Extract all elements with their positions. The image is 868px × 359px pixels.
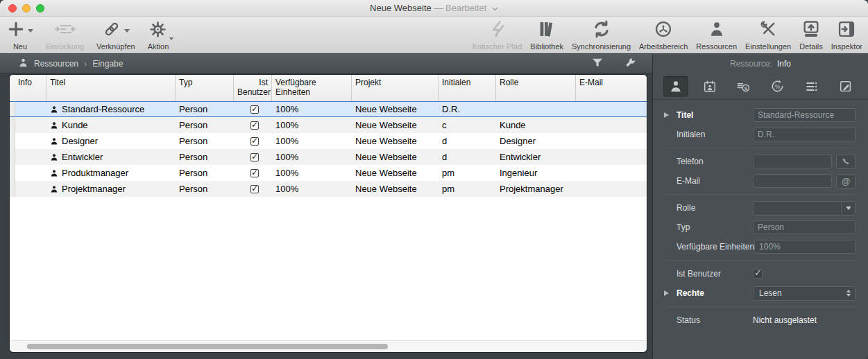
table-row[interactable]: Designer Person 100% Neue Webseite d Des…: [10, 133, 647, 149]
chevron-down-icon: [846, 207, 851, 210]
form-divider: [665, 306, 856, 307]
stepper-arrows-icon: [842, 287, 855, 300]
is-user-checkbox[interactable]: [250, 121, 259, 130]
toolbar-label: Synchronisierung: [572, 42, 631, 51]
column-header-email[interactable]: E-Mail: [576, 75, 647, 101]
ist-benutzer-checkbox[interactable]: [753, 269, 763, 279]
new-button[interactable]: Neu: [7, 19, 33, 51]
details-button[interactable]: Details: [799, 19, 823, 51]
tab-fields[interactable]: [799, 76, 824, 97]
disclosure-triangle-icon[interactable]: [664, 112, 669, 118]
resources-icon: [708, 20, 726, 41]
rolle-combobox[interactable]: [753, 201, 856, 216]
filter-icon[interactable]: [591, 58, 604, 71]
table-row[interactable]: Projektmanager Person 100% Neue Webseite…: [10, 181, 647, 197]
column-header-info[interactable]: Info: [10, 75, 46, 101]
column-header-titel[interactable]: Titel: [46, 75, 176, 101]
row-gutter: [10, 165, 15, 181]
title-chevron-icon[interactable]: [492, 0, 498, 17]
cell-info: [15, 181, 46, 197]
library-icon: [537, 19, 556, 42]
view-options-wrench-icon[interactable]: [624, 57, 637, 71]
action-dropdown-arrow-icon[interactable]: [169, 37, 173, 40]
is-user-checkbox[interactable]: [250, 105, 259, 114]
workspace-button[interactable]: Arbeitsbereich: [639, 19, 688, 51]
cell-projekt: Neue Webseite: [352, 181, 439, 197]
cell-rolle: Entwickler: [496, 149, 576, 165]
utilization-icon: %: [770, 79, 785, 94]
initialen-input[interactable]: [753, 128, 856, 141]
sync-button[interactable]: Synchronisierung: [572, 19, 631, 51]
field-row-typ: Typ: [676, 218, 856, 237]
compose-email-button[interactable]: @: [836, 174, 856, 189]
is-user-checkbox[interactable]: [250, 185, 259, 193]
toolbar-label: Einstellungen: [745, 42, 791, 51]
action-button[interactable]: Aktion: [148, 19, 169, 51]
field-row-initialen: Initialen: [676, 125, 856, 144]
call-button[interactable]: [836, 155, 856, 169]
person-icon: [669, 80, 683, 94]
field-row-ist-benutzer: Ist Benutzer: [676, 264, 856, 283]
link-dropdown-arrow-icon[interactable]: [124, 29, 130, 33]
cell-titel: Produktmanager: [46, 165, 176, 181]
cell-ist-benutzer: [234, 102, 272, 116]
cell-typ: Person: [176, 149, 234, 165]
tab-notes[interactable]: [833, 76, 858, 97]
cell-info: [15, 102, 46, 116]
horizontal-scrollbar[interactable]: [10, 340, 646, 351]
titel-input[interactable]: [753, 108, 856, 122]
cell-einheiten: 100%: [272, 181, 352, 197]
field-label: Titel: [676, 110, 693, 120]
toolbar-right-group: Kritischer Pfad Bibliothek: [473, 19, 862, 51]
tab-resource-calendar[interactable]: [697, 76, 722, 97]
settings-button[interactable]: Einstellungen: [745, 19, 791, 51]
row-gutter: [10, 181, 15, 197]
library-button[interactable]: Bibliothek: [530, 19, 563, 51]
tab-person[interactable]: [663, 76, 688, 97]
is-user-checkbox[interactable]: [250, 169, 259, 177]
column-header-ist-benutzer[interactable]: Ist Benutzer: [234, 75, 272, 101]
breadcrumb-item-eingabe[interactable]: Eingabe: [92, 59, 123, 69]
column-header-projekt[interactable]: Projekt: [352, 75, 439, 101]
indent-icon: [54, 20, 76, 41]
disclosure-triangle-icon[interactable]: [664, 290, 669, 296]
resources-button[interactable]: Ressourcen: [696, 19, 737, 51]
new-dropdown-arrow-icon[interactable]: [28, 29, 33, 33]
cell-projekt: Neue Webseite: [352, 102, 439, 116]
cell-email: [576, 149, 647, 165]
toolbar-left-group: Neu Einrückung: [7, 19, 169, 51]
row-gutter: [10, 133, 15, 149]
horizontal-scrollbar-thumb[interactable]: [27, 344, 388, 349]
email-input[interactable]: [753, 174, 832, 188]
cell-projekt: Neue Webseite: [352, 117, 439, 133]
rechte-popup[interactable]: Lesen: [753, 286, 856, 301]
toolbar: Neu Einrückung: [0, 17, 868, 54]
cell-typ: Person: [176, 181, 234, 197]
column-header-typ[interactable]: Typ: [176, 75, 234, 101]
column-header-rolle[interactable]: Rolle: [496, 75, 576, 101]
telefon-input[interactable]: [753, 155, 832, 168]
title-bar: Neue Webseite — Bearbeitet: [0, 0, 868, 17]
table-row[interactable]: Entwickler Person 100% Neue Webseite d E…: [10, 149, 647, 165]
inspector-button[interactable]: Inspektor: [831, 19, 862, 51]
plus-icon: [7, 20, 25, 41]
cell-initialen: D.R.: [439, 102, 496, 116]
column-header-verfuegbare-einheiten[interactable]: Verfügbare Einheiten: [272, 75, 352, 101]
einheiten-input[interactable]: [754, 240, 856, 254]
critical-path-icon: [488, 19, 507, 42]
is-user-checkbox[interactable]: [250, 137, 259, 146]
table-row[interactable]: Produktmanager Person 100% Neue Webseite…: [10, 165, 647, 181]
cell-titel: Kunde: [46, 117, 176, 133]
field-label: Typ: [676, 222, 690, 232]
column-header-initialen[interactable]: Initialen: [439, 75, 496, 101]
typ-input[interactable]: [753, 220, 856, 234]
link-button[interactable]: Verknüpfen: [96, 19, 135, 51]
breadcrumb-item-ressourcen[interactable]: Ressourcen: [34, 59, 78, 69]
table-row[interactable]: Kunde Person 100% Neue Webseite c Kunde: [10, 117, 647, 133]
settings-icon: [758, 19, 778, 42]
field-row-status: Status Nicht ausgelastet: [676, 310, 856, 330]
table-row[interactable]: Standard-Ressource Person 100% Neue Webs…: [10, 101, 647, 117]
tab-utilization[interactable]: %: [765, 76, 790, 97]
tab-costs[interactable]: $: [731, 76, 756, 97]
is-user-checkbox[interactable]: [250, 153, 259, 161]
